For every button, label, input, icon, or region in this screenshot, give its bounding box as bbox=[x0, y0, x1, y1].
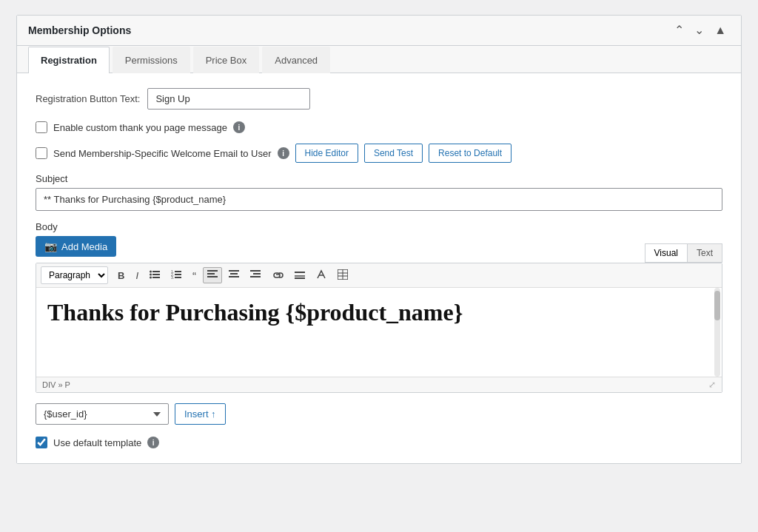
insert-row: {$user_id} {$product_name} {$user_email}… bbox=[36, 403, 722, 425]
unordered-list-button[interactable] bbox=[145, 267, 164, 283]
editor-wrapper: Paragraph B I 1.2.3. “ bbox=[36, 263, 722, 393]
svg-rect-7 bbox=[175, 271, 181, 272]
link-button[interactable] bbox=[267, 267, 288, 283]
svg-rect-17 bbox=[230, 273, 238, 275]
scrollbar-thumb bbox=[714, 291, 720, 320]
visual-tab[interactable]: Visual bbox=[645, 243, 688, 263]
tab-advanced[interactable]: Advanced bbox=[262, 47, 330, 73]
use-default-label: Use default template bbox=[53, 437, 141, 448]
tab-price-box[interactable]: Price Box bbox=[193, 47, 260, 73]
editor-toolbar: Paragraph B I 1.2.3. “ bbox=[36, 263, 722, 288]
enable-custom-checkbox[interactable] bbox=[36, 121, 47, 133]
body-label: Body bbox=[36, 221, 722, 232]
ordered-list-button[interactable]: 1.2.3. bbox=[167, 267, 186, 283]
widget-down-button[interactable]: ⌄ bbox=[691, 23, 708, 38]
table-button[interactable] bbox=[333, 266, 352, 284]
svg-rect-14 bbox=[207, 276, 218, 277]
editor-body[interactable]: Thanks for Purchasing {$product_name} bbox=[36, 288, 722, 377]
widget-title: Membership Options bbox=[28, 24, 131, 36]
align-left-button[interactable] bbox=[203, 267, 222, 283]
send-welcome-checkbox[interactable] bbox=[36, 147, 47, 159]
svg-rect-9 bbox=[175, 274, 181, 275]
svg-rect-22 bbox=[250, 276, 261, 277]
button-text-input[interactable] bbox=[147, 88, 310, 110]
svg-rect-5 bbox=[152, 277, 160, 278]
svg-point-4 bbox=[150, 277, 152, 279]
svg-text:3.: 3. bbox=[171, 275, 174, 279]
add-media-label: Add Media bbox=[61, 241, 107, 252]
registration-button-text-row: Registration Button Text: bbox=[36, 88, 722, 110]
editor-view-tabs: Visual Text bbox=[645, 243, 722, 263]
subject-group: Subject bbox=[36, 173, 722, 211]
use-default-info-icon[interactable]: i bbox=[147, 437, 159, 448]
widget-up-button[interactable]: ⌃ bbox=[671, 23, 688, 38]
svg-rect-20 bbox=[250, 270, 261, 272]
widget-container: Membership Options ⌃ ⌄ ▲ Registration Pe… bbox=[16, 15, 742, 464]
hide-editor-button[interactable]: Hide Editor bbox=[295, 144, 358, 163]
enable-custom-row: Enable custom thank you page message i bbox=[36, 121, 722, 133]
send-welcome-label: Send Membership-Specific Welcome Email t… bbox=[53, 148, 272, 159]
svg-rect-27 bbox=[295, 277, 305, 279]
svg-rect-1 bbox=[152, 271, 160, 272]
send-welcome-row: Send Membership-Specific Welcome Email t… bbox=[36, 144, 722, 163]
resize-handle[interactable]: ⤢ bbox=[708, 380, 716, 390]
svg-point-0 bbox=[150, 271, 152, 273]
send-test-button[interactable]: Send Test bbox=[364, 144, 423, 163]
svg-rect-25 bbox=[295, 272, 305, 273]
tabs-bar: Registration Permissions Price Box Advan… bbox=[17, 46, 741, 73]
text-tab[interactable]: Text bbox=[687, 243, 722, 263]
svg-rect-12 bbox=[207, 270, 218, 272]
editor-footer: DIV » P ⤢ bbox=[36, 377, 722, 392]
svg-rect-13 bbox=[207, 273, 215, 275]
enable-custom-label: Enable custom thank you page message bbox=[53, 122, 227, 133]
body-group: Body 📷 Add Media Visual Text Paragraph bbox=[36, 221, 722, 393]
use-default-checkbox[interactable] bbox=[36, 437, 47, 448]
send-welcome-info-icon[interactable]: i bbox=[278, 147, 289, 159]
add-media-icon: 📷 bbox=[44, 240, 57, 252]
editor-path: DIV » P bbox=[42, 380, 70, 389]
reset-default-button[interactable]: Reset to Default bbox=[429, 144, 512, 163]
editor-area: Thanks for Purchasing {$product_name} bbox=[36, 288, 722, 377]
enable-custom-info-icon[interactable]: i bbox=[233, 121, 245, 133]
button-text-label: Registration Button Text: bbox=[36, 93, 140, 104]
svg-rect-16 bbox=[229, 270, 239, 272]
tab-registration[interactable]: Registration bbox=[28, 47, 110, 73]
scrollbar[interactable] bbox=[714, 288, 720, 377]
editor-content-text: Thanks for Purchasing {$product_name} bbox=[47, 299, 711, 326]
hr-button[interactable] bbox=[290, 268, 309, 283]
body-header: 📷 Add Media Visual Text bbox=[36, 236, 722, 263]
widget-controls: ⌃ ⌄ ▲ bbox=[671, 23, 730, 38]
svg-point-2 bbox=[150, 274, 152, 276]
bold-button[interactable]: B bbox=[113, 268, 129, 283]
align-right-button[interactable] bbox=[246, 267, 265, 283]
use-default-row: Use default template i bbox=[36, 437, 722, 448]
svg-rect-3 bbox=[152, 274, 160, 275]
widget-collapse-button[interactable]: ▲ bbox=[711, 23, 730, 38]
blockquote-button[interactable]: “ bbox=[188, 267, 201, 284]
svg-rect-11 bbox=[175, 277, 181, 278]
italic-button[interactable]: I bbox=[131, 268, 143, 283]
insert-variable-select[interactable]: {$user_id} {$product_name} {$user_email} bbox=[36, 403, 169, 425]
special-chars-button[interactable] bbox=[312, 266, 331, 284]
svg-rect-18 bbox=[229, 276, 239, 277]
tab-permissions[interactable]: Permissions bbox=[113, 47, 190, 73]
align-center-button[interactable] bbox=[224, 267, 244, 283]
widget-header: Membership Options ⌃ ⌄ ▲ bbox=[17, 16, 741, 46]
add-media-button[interactable]: 📷 Add Media bbox=[36, 236, 116, 257]
tab-content-registration: Registration Button Text: Enable custom … bbox=[17, 73, 741, 463]
subject-label: Subject bbox=[36, 173, 722, 184]
insert-button[interactable]: Insert ↑ bbox=[175, 403, 226, 425]
svg-rect-21 bbox=[253, 273, 261, 275]
subject-input[interactable] bbox=[36, 188, 722, 211]
paragraph-select[interactable]: Paragraph bbox=[41, 266, 108, 284]
